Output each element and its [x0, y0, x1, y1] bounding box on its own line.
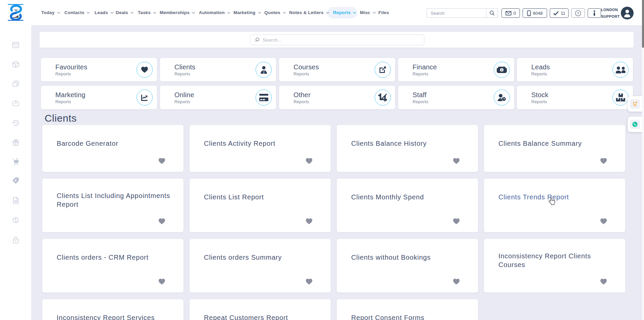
svg-text:1: 1	[501, 68, 502, 71]
svg-text:12: 12	[14, 45, 17, 48]
svg-text:?: ?	[577, 11, 579, 15]
